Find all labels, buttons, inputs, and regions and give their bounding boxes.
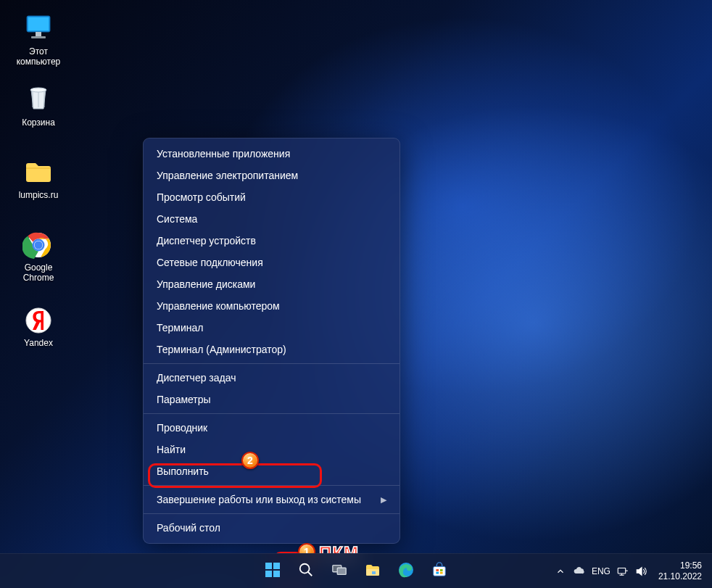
language-indicator[interactable]: ENG — [592, 566, 610, 576]
svg-rect-10 — [265, 563, 272, 569]
svg-rect-23 — [436, 569, 439, 571]
svg-rect-19 — [372, 571, 376, 574]
context-menu-item-label: Выполнить — [157, 465, 209, 477]
clock-date: 21.10.2022 — [658, 571, 702, 581]
desktop-icon-label: Этот компьютер — [12, 46, 65, 67]
network-icon[interactable] — [616, 565, 629, 578]
svg-rect-1 — [28, 17, 49, 30]
system-tray: ENG 19:56 21.10.2022 — [554, 554, 706, 588]
desktop-icon-chrome[interactable]: Google Chrome — [10, 225, 67, 286]
desktop-icon-yandex[interactable]: Yandex — [10, 300, 67, 351]
context-menu-item-label: Управление дисками — [157, 278, 255, 290]
context-menu-item[interactable]: Диспетчер устройств — [144, 230, 400, 252]
desktop-icon-label: Yandex — [24, 338, 53, 348]
context-menu-item[interactable]: Система — [144, 208, 400, 230]
context-menu-item-label: Проводник — [157, 422, 207, 434]
svg-point-4 — [30, 88, 46, 92]
context-menu-item-label: Терминал — [157, 322, 203, 334]
context-menu-item-label: Найти — [157, 444, 186, 455]
svg-rect-17 — [337, 568, 346, 574]
chevron-right-icon: ▶ — [381, 495, 386, 505]
start-button[interactable] — [257, 556, 288, 587]
context-menu-item[interactable]: Параметры — [144, 389, 400, 410]
svg-point-8 — [35, 241, 43, 249]
context-menu-item-label: Диспетчер устройств — [157, 235, 256, 247]
task-view-icon — [331, 562, 347, 581]
svg-rect-27 — [618, 568, 626, 573]
context-menu-item[interactable]: Терминал (Администратор) — [144, 339, 400, 360]
clock[interactable]: 19:56 21.10.2022 — [654, 558, 706, 584]
yandex-icon — [22, 303, 54, 335]
desktop-icon-recycle-bin[interactable]: Корзина — [10, 80, 67, 131]
context-menu-item[interactable]: Управление компьютером — [144, 295, 400, 317]
search-icon — [298, 562, 314, 581]
clock-time: 19:56 — [658, 560, 702, 571]
svg-rect-12 — [265, 571, 272, 577]
context-menu-item[interactable]: Проводник — [144, 417, 400, 439]
desktop-icon-label: Google Chrome — [12, 262, 65, 283]
store-button[interactable] — [424, 556, 455, 587]
context-menu-separator — [144, 513, 400, 514]
context-menu-item-label: Параметры — [157, 394, 211, 405]
context-menu-separator — [144, 485, 400, 486]
svg-rect-13 — [273, 571, 280, 577]
context-menu-item-label: Установленные приложения — [157, 148, 290, 160]
svg-line-15 — [308, 571, 312, 576]
context-menu-item-label: Терминал (Администратор) — [157, 344, 286, 355]
start-icon — [264, 561, 281, 581]
edge-button[interactable] — [391, 556, 421, 587]
context-menu-item-label: Управление электропитанием — [157, 170, 298, 181]
context-menu-item[interactable]: Рабочий стол — [144, 517, 400, 539]
context-menu-item[interactable]: Выполнить — [144, 460, 400, 482]
edge-icon — [397, 561, 415, 581]
start-context-menu: Установленные приложенияУправление элект… — [143, 138, 400, 544]
context-menu-item-label: Сетевые подключения — [157, 257, 263, 268]
task-view-button[interactable] — [324, 556, 355, 587]
context-menu-item[interactable]: Просмотр событий — [144, 186, 400, 208]
svg-rect-26 — [440, 571, 443, 573]
svg-rect-24 — [440, 569, 443, 571]
volume-icon[interactable] — [635, 565, 648, 578]
context-menu-item[interactable]: Диспетчер задач — [144, 367, 400, 389]
svg-point-14 — [300, 563, 310, 573]
desktop-icon-lumpics[interactable]: lumpics.ru — [10, 152, 67, 203]
context-menu-item[interactable]: Управление дисками — [144, 273, 400, 295]
context-menu-item-label: Управление компьютером — [157, 300, 280, 312]
svg-rect-22 — [434, 566, 446, 576]
store-icon — [431, 562, 447, 581]
svg-rect-25 — [436, 571, 439, 573]
context-menu-item-label: Диспетчер задач — [157, 372, 236, 384]
context-menu-separator — [144, 413, 400, 414]
context-menu-item-label: Просмотр событий — [157, 191, 246, 203]
folder-icon — [22, 155, 54, 187]
svg-rect-2 — [36, 32, 41, 36]
file-explorer-button[interactable] — [357, 556, 388, 587]
chrome-icon — [22, 228, 54, 260]
file-explorer-icon — [364, 561, 381, 581]
svg-rect-11 — [273, 563, 280, 569]
context-menu-item[interactable]: Сетевые подключения — [144, 252, 400, 273]
monitor-icon — [22, 12, 54, 44]
desktop-icon-this-pc[interactable]: Этот компьютер — [10, 9, 67, 70]
search-button[interactable] — [291, 556, 321, 587]
desktop-icon-label: lumpics.ru — [19, 190, 59, 200]
taskbar-center — [257, 556, 455, 587]
context-menu-separator — [144, 363, 400, 364]
context-menu-item-label: Рабочий стол — [157, 522, 220, 534]
context-menu-item-label: Система — [157, 213, 197, 225]
taskbar: ENG 19:56 21.10.2022 — [0, 553, 712, 588]
context-menu-item[interactable]: Установленные приложения — [144, 143, 400, 165]
desktop-icon-label: Корзина — [22, 117, 55, 128]
context-menu-item-label: Завершение работы или выход из системы — [157, 494, 361, 505]
context-menu-item[interactable]: Терминал — [144, 317, 400, 339]
context-menu-item[interactable]: Завершение работы или выход из системы▶ — [144, 489, 400, 510]
recycle-bin-icon — [22, 83, 54, 115]
svg-marker-31 — [637, 567, 642, 575]
svg-rect-3 — [31, 36, 46, 38]
tray-chevron-up-icon[interactable] — [554, 565, 567, 578]
onedrive-icon[interactable] — [573, 565, 586, 578]
context-menu-item[interactable]: Управление электропитанием — [144, 165, 400, 186]
context-menu-item[interactable]: Найти — [144, 439, 400, 460]
